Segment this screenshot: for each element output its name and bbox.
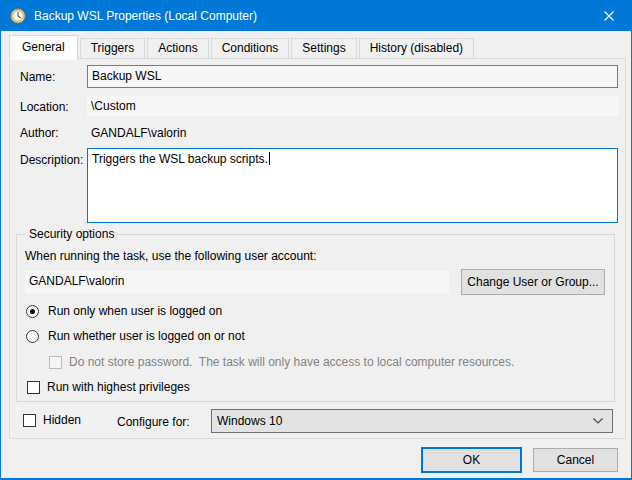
close-icon	[603, 10, 615, 22]
location-field: \Custom	[87, 96, 618, 116]
radio-selected-icon	[26, 305, 39, 318]
radio-run-whether-label: Run whether user is logged on or not	[48, 329, 245, 343]
ok-button[interactable]: OK	[421, 447, 522, 473]
checkbox-hidden[interactable]: Hidden	[23, 413, 81, 427]
tab-bar: General Triggers Actions Conditions Sett…	[9, 34, 476, 59]
description-text: Triggers the WSL backup scripts.	[92, 152, 268, 166]
titlebar: Backup WSL Properties (Local Computer)	[1, 1, 631, 31]
tab-triggers[interactable]: Triggers	[80, 38, 146, 59]
general-tab-page: Name: Backup WSL Location: \Custom Autho…	[9, 58, 626, 439]
user-account-field: GANDALF\valorin	[25, 271, 449, 293]
security-options-title: Security options	[25, 227, 118, 241]
checkbox-disabled-icon	[49, 356, 62, 369]
checkbox-unchecked-icon	[27, 381, 40, 394]
window-title: Backup WSL Properties (Local Computer)	[34, 9, 257, 23]
radio-run-only-label: Run only when user is logged on	[48, 304, 222, 318]
task-scheduler-clock-icon	[10, 8, 26, 24]
text-caret	[269, 152, 270, 165]
author-value: GANDALF\valorin	[91, 126, 186, 140]
tab-history[interactable]: History (disabled)	[359, 38, 474, 59]
checkbox-unchecked-icon	[23, 414, 36, 427]
author-label: Author:	[20, 126, 59, 140]
tab-settings[interactable]: Settings	[291, 38, 356, 59]
checkbox-highest-privileges[interactable]: Run with highest privileges	[27, 380, 190, 394]
radio-unselected-icon	[26, 330, 39, 343]
cancel-button[interactable]: Cancel	[533, 448, 618, 472]
configure-for-label: Configure for:	[117, 415, 190, 429]
name-field[interactable]: Backup WSL	[87, 65, 618, 88]
security-options-group: Security options When running the task, …	[16, 234, 615, 402]
tab-conditions[interactable]: Conditions	[211, 38, 290, 59]
description-textarea[interactable]: Triggers the WSL backup scripts.	[87, 148, 618, 223]
location-label: Location:	[20, 100, 69, 114]
highest-privileges-label: Run with highest privileges	[47, 380, 190, 394]
close-button[interactable]	[586, 1, 631, 31]
radio-run-whether[interactable]: Run whether user is logged on or not	[26, 329, 245, 343]
tab-general[interactable]: General	[9, 35, 78, 60]
name-label: Name:	[20, 70, 55, 84]
tab-actions[interactable]: Actions	[147, 38, 208, 59]
checkbox-no-store-password: Do not store password. The task will onl…	[49, 355, 514, 369]
configure-for-value: Windows 10	[217, 414, 282, 428]
configure-for-dropdown[interactable]: Windows 10	[211, 409, 613, 433]
dialog-window: Backup WSL Properties (Local Computer) G…	[0, 0, 632, 480]
description-label: Description:	[20, 153, 83, 167]
radio-run-only-logged-on[interactable]: Run only when user is logged on	[26, 304, 222, 318]
chevron-down-icon	[592, 417, 604, 425]
change-user-button[interactable]: Change User or Group...	[461, 269, 605, 295]
hidden-label: Hidden	[43, 413, 81, 427]
no-store-password-label: Do not store password. The task will onl…	[69, 355, 514, 369]
account-hint: When running the task, use the following…	[25, 249, 317, 263]
